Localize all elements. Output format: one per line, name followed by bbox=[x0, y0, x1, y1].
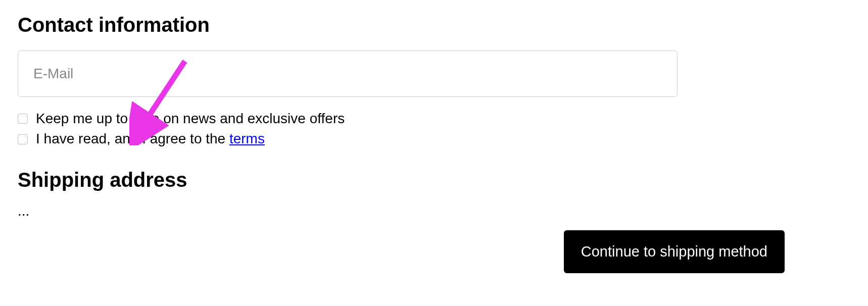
terms-link[interactable]: terms bbox=[229, 131, 265, 146]
shipping-heading: Shipping address bbox=[18, 169, 850, 191]
contact-heading: Contact information bbox=[18, 14, 850, 36]
terms-row: I have read, and I agree to the terms bbox=[18, 130, 850, 148]
terms-label: I have read, and I agree to the terms bbox=[36, 130, 265, 148]
newsletter-checkbox[interactable] bbox=[18, 114, 28, 124]
continue-button[interactable]: Continue to shipping method bbox=[564, 230, 785, 273]
newsletter-label: Keep me up to date on news and exclusive… bbox=[36, 110, 345, 128]
terms-label-prefix: I have read, and I agree to the bbox=[36, 131, 229, 146]
terms-checkbox[interactable] bbox=[18, 134, 28, 144]
shipping-placeholder: ... bbox=[18, 204, 850, 218]
email-field[interactable] bbox=[18, 50, 678, 97]
newsletter-row: Keep me up to date on news and exclusive… bbox=[18, 110, 850, 128]
